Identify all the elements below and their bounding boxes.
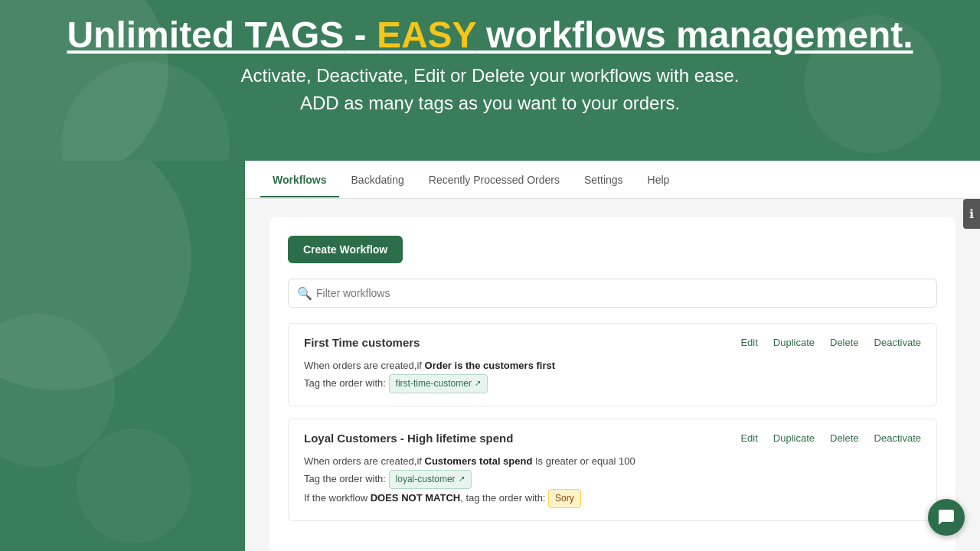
workflow-no-match-line: If the workflow DOES NOT MATCH, tag the … — [304, 489, 921, 508]
workflow-name: Loyal Customers - High lifetime spend — [304, 432, 513, 445]
tag-label: first-time-customer — [396, 377, 472, 391]
info-button[interactable]: ℹ — [963, 199, 980, 229]
condition-suffix: Is greater or equal 100 — [532, 455, 635, 467]
main-content: Create Workflow 🔍 First Time customers E… — [245, 199, 980, 551]
hero-title-easy: EASY — [377, 15, 476, 55]
no-match-bold: DOES NOT MATCH — [371, 492, 460, 504]
hero-title: Unlimited TAGS - EASY workflows manageme… — [0, 15, 980, 56]
app-panel: Workflows Backdating Recently Processed … — [245, 161, 980, 551]
condition-prefix: When orders are created,if — [304, 455, 425, 467]
workflow-tag-line: Tag the order with: loyal-customer ↗ — [304, 470, 921, 489]
tab-workflows[interactable]: Workflows — [260, 163, 339, 197]
tag-line-prefix: Tag the order with: — [304, 377, 389, 389]
condition-prefix: When orders are created,if — [304, 360, 425, 371]
edit-workflow-button[interactable]: Edit — [740, 337, 757, 348]
deactivate-workflow-button[interactable]: Deactivate — [874, 432, 921, 444]
hero-title-unlimited: Unlimited TAGS — [67, 15, 344, 55]
condition-bold: Customers total spend — [425, 455, 533, 467]
tag-badge[interactable]: loyal-customer ↗ — [389, 470, 472, 489]
create-workflow-button[interactable]: Create Workflow — [288, 236, 403, 263]
search-input[interactable] — [288, 279, 937, 308]
workflow-actions: Edit Duplicate Delete Deactivate — [740, 337, 921, 348]
search-icon: 🔍 — [297, 286, 312, 301]
no-match-tag-badge[interactable]: Sory — [548, 489, 581, 508]
condition-bold: Order is the customers first — [425, 360, 556, 371]
workflows-card: Create Workflow 🔍 First Time customers E… — [270, 217, 956, 551]
delete-workflow-button[interactable]: Delete — [830, 337, 859, 348]
chat-icon — [937, 508, 956, 527]
sidebar-left — [0, 161, 245, 551]
tab-backdating[interactable]: Backdating — [339, 163, 416, 197]
hero-subtitle-line2: ADD as many tags as you want to your ord… — [0, 90, 980, 117]
workflow-tag-line: Tag the order with: first-time-customer … — [304, 374, 921, 393]
deactivate-workflow-button[interactable]: Deactivate — [874, 337, 921, 348]
hero-section: Unlimited TAGS - EASY workflows manageme… — [0, 0, 980, 117]
tab-recently-processed[interactable]: Recently Processed Orders — [416, 163, 572, 197]
workflow-condition: When orders are created,if Customers tot… — [304, 454, 921, 470]
workflow-details: When orders are created,if Customers tot… — [304, 454, 921, 508]
sidebar-deco-3 — [77, 429, 191, 543]
tab-help[interactable]: Help — [635, 163, 682, 197]
workflow-name: First Time customers — [304, 336, 420, 349]
no-match-suffix: , tag the order with: — [460, 492, 548, 504]
no-match-prefix: If the workflow — [304, 492, 371, 504]
hero-subtitle-line1: Activate, Deactivate, Edit or Delete you… — [0, 62, 980, 90]
delete-workflow-button[interactable]: Delete — [830, 432, 859, 444]
workflow-header: Loyal Customers - High lifetime spend Ed… — [304, 432, 921, 445]
workflow-item: First Time customers Edit Duplicate Dele… — [288, 323, 937, 406]
workflow-header: First Time customers Edit Duplicate Dele… — [304, 336, 921, 349]
tag-line-prefix: Tag the order with: — [304, 473, 389, 484]
external-link-icon: ↗ — [459, 473, 465, 485]
duplicate-workflow-button[interactable]: Duplicate — [773, 337, 815, 348]
workflow-actions: Edit Duplicate Delete Deactivate — [740, 432, 921, 444]
workflow-condition: When orders are created,if Order is the … — [304, 358, 921, 374]
external-link-icon: ↗ — [475, 377, 481, 390]
duplicate-workflow-button[interactable]: Duplicate — [773, 432, 815, 444]
hero-title-rest: workflows management. — [476, 15, 913, 55]
tag-badge[interactable]: first-time-customer ↗ — [389, 374, 488, 393]
search-container: 🔍 — [288, 279, 937, 308]
tab-settings[interactable]: Settings — [572, 163, 635, 197]
hero-title-dash: - — [344, 15, 377, 55]
chat-button[interactable] — [928, 499, 965, 536]
hero-subtitle: Activate, Deactivate, Edit or Delete you… — [0, 62, 980, 117]
edit-workflow-button[interactable]: Edit — [740, 432, 757, 444]
tag-label: loyal-customer — [396, 472, 456, 487]
tab-bar: Workflows Backdating Recently Processed … — [245, 161, 980, 199]
workflow-item: Loyal Customers - High lifetime spend Ed… — [288, 419, 937, 521]
workflow-details: When orders are created,if Order is the … — [304, 358, 921, 393]
